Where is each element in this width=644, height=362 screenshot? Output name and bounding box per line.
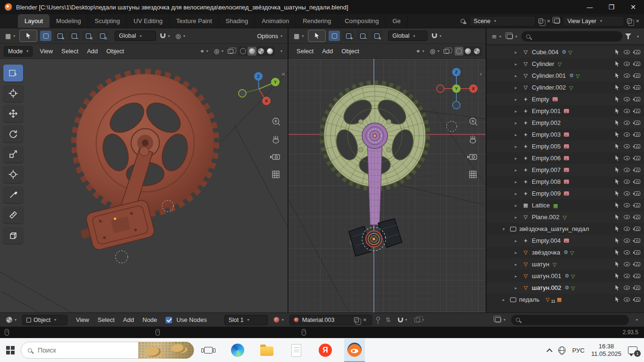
hide-render-icon[interactable] bbox=[634, 156, 640, 160]
blender-app-button[interactable] bbox=[344, 338, 365, 362]
selectable-icon[interactable] bbox=[615, 73, 619, 79]
hide-viewport-icon[interactable] bbox=[624, 262, 630, 266]
hide-viewport-icon[interactable] bbox=[624, 50, 630, 54]
notifications-button[interactable]: 1 bbox=[628, 346, 637, 354]
hide-render-icon[interactable] bbox=[634, 274, 640, 278]
select-mode-invert-button[interactable]: × bbox=[83, 31, 94, 41]
object-name[interactable]: Empty.001 bbox=[532, 107, 561, 115]
hide-render-icon[interactable] bbox=[634, 168, 640, 172]
edge-app-button[interactable] bbox=[227, 338, 248, 362]
workspace-tab[interactable]: Rendering bbox=[296, 14, 338, 28]
hide-viewport-icon[interactable] bbox=[624, 168, 630, 172]
snapping-magnet-icon[interactable] bbox=[430, 31, 443, 41]
hide-render-icon[interactable] bbox=[634, 297, 640, 302]
proportional-editing-icon[interactable]: ◎ bbox=[174, 31, 186, 41]
hide-render-icon[interactable] bbox=[634, 215, 640, 219]
hide-render-icon[interactable] bbox=[634, 262, 640, 266]
editor-type-icon[interactable]: ▦ bbox=[292, 31, 305, 41]
new-material-icon[interactable] bbox=[354, 317, 359, 322]
transform-tool[interactable] bbox=[3, 166, 23, 183]
shading-wireframe-button[interactable] bbox=[454, 47, 463, 56]
menu-item[interactable]: Add bbox=[83, 44, 102, 58]
outliner-row[interactable]: ▸ Lattice bbox=[487, 199, 644, 211]
menu-item[interactable]: View bbox=[72, 313, 93, 327]
yandex-browser-button[interactable]: Я bbox=[315, 338, 336, 362]
hide-render-icon[interactable] bbox=[634, 74, 640, 78]
hide-viewport-icon[interactable] bbox=[624, 144, 630, 148]
hide-render-icon[interactable] bbox=[634, 50, 640, 54]
measure-tool[interactable] bbox=[3, 206, 23, 223]
menu-item[interactable]: Node bbox=[138, 313, 161, 327]
hide-render-icon[interactable] bbox=[634, 144, 640, 148]
selectable-icon[interactable] bbox=[615, 285, 619, 291]
selectable-icon[interactable] bbox=[615, 226, 619, 232]
workspace-tab[interactable]: Sculpting bbox=[88, 14, 127, 28]
navigation-gizmo[interactable]: Z Y X bbox=[239, 72, 280, 105]
object-name[interactable]: Empty.005 bbox=[532, 143, 561, 150]
expand-arrow-icon[interactable]: ▸ bbox=[515, 156, 522, 161]
expand-arrow-icon[interactable]: ▸ bbox=[515, 50, 522, 55]
maximize-button[interactable]: ❐ bbox=[601, 0, 622, 14]
object-name[interactable]: Empty bbox=[532, 96, 549, 103]
network-globe-icon[interactable] bbox=[558, 346, 566, 354]
expand-arrow-icon[interactable]: ▸ bbox=[515, 144, 522, 149]
workspace-tab[interactable]: Ge bbox=[386, 14, 407, 28]
task-view-button[interactable] bbox=[198, 338, 219, 362]
menu-item[interactable]: Object bbox=[102, 44, 129, 58]
selectable-icon[interactable] bbox=[615, 262, 619, 267]
outliner-row[interactable]: ▸ Empty.002 bbox=[487, 117, 644, 129]
viewport-3d-wireframe-canvas[interactable]: Z X Y bbox=[289, 59, 486, 313]
expand-arrow-icon[interactable]: ▾ bbox=[503, 227, 510, 231]
outliner-row[interactable]: ▸ Empty.005 bbox=[487, 140, 644, 152]
workspace-tab[interactable]: Compositing bbox=[338, 14, 386, 28]
clock[interactable]: 16:38 11.05.2025 bbox=[591, 343, 621, 358]
expand-arrow-icon[interactable]: ▸ bbox=[515, 191, 522, 196]
hide-render-icon[interactable] bbox=[634, 286, 640, 290]
xray-toggle-icon[interactable] bbox=[444, 49, 449, 54]
shading-solid-button[interactable] bbox=[248, 47, 256, 56]
hide-viewport-icon[interactable] bbox=[624, 227, 630, 231]
region-collapse-icon[interactable]: « bbox=[282, 71, 285, 77]
object-name[interactable]: Empty.007 bbox=[532, 166, 561, 173]
menu-item[interactable]: Select bbox=[292, 44, 318, 58]
scene-selector[interactable]: Scene bbox=[470, 16, 536, 26]
hide-viewport-icon[interactable] bbox=[624, 109, 630, 113]
menu-item[interactable]: Select bbox=[57, 44, 83, 58]
expand-arrow-icon[interactable]: ▸ bbox=[515, 262, 522, 267]
outliner-row[interactable]: ▸ Empty bbox=[487, 93, 644, 105]
menu-item[interactable]: Object bbox=[337, 44, 363, 58]
gizmos-toggle-icon[interactable]: ⌖ bbox=[199, 46, 209, 57]
annotate-tool[interactable] bbox=[3, 186, 23, 203]
overlays-toggle-icon[interactable]: ◎ bbox=[429, 46, 441, 57]
selectable-icon[interactable] bbox=[615, 203, 619, 208]
outliner-row[interactable]: ▾ звёздочка_шатун_педал bbox=[487, 223, 644, 235]
outliner-row[interactable]: ▸ Cylinder.001 ⚙ bbox=[487, 70, 644, 82]
shader-type-dropdown[interactable]: Object bbox=[22, 315, 67, 325]
hide-viewport-icon[interactable] bbox=[624, 74, 630, 78]
expand-arrow-icon[interactable]: ▸ bbox=[515, 97, 522, 102]
outliner-row[interactable]: ▸ Empty.001 bbox=[487, 105, 644, 117]
shading-wireframe-button[interactable] bbox=[239, 47, 248, 56]
new-scene-icon[interactable] bbox=[538, 18, 543, 24]
object-name[interactable]: Empty.006 bbox=[532, 155, 561, 162]
object-name[interactable]: Empty.002 bbox=[532, 119, 561, 126]
view-layer-selector[interactable]: View Layer bbox=[563, 16, 624, 26]
expand-arrow-icon[interactable]: ▸ bbox=[515, 85, 522, 90]
expand-arrow-icon[interactable]: ▸ bbox=[515, 168, 522, 173]
workspace-tab[interactable]: Texture Paint bbox=[170, 14, 219, 28]
object-name[interactable]: шатун.001 bbox=[532, 272, 561, 280]
expand-arrow-icon[interactable]: ▸ bbox=[515, 180, 522, 184]
overlay-node-icon[interactable] bbox=[413, 315, 426, 325]
unlink-material-icon[interactable]: × bbox=[362, 317, 368, 323]
zoom-icon[interactable] bbox=[273, 118, 281, 126]
outliner-row[interactable]: ▸ Empty.007 bbox=[487, 164, 644, 176]
outliner-row[interactable]: ▸ Empty.009 bbox=[487, 188, 644, 199]
selectable-icon[interactable] bbox=[615, 97, 619, 102]
select-box-tool[interactable] bbox=[3, 65, 23, 82]
object-name[interactable]: Empty.008 bbox=[532, 178, 561, 185]
hide-viewport-icon[interactable] bbox=[624, 297, 630, 302]
hide-viewport-icon[interactable] bbox=[624, 191, 630, 196]
selectable-icon[interactable] bbox=[615, 144, 619, 149]
hide-render-icon[interactable] bbox=[634, 121, 640, 125]
outliner-display-mode-icon[interactable] bbox=[505, 31, 519, 41]
